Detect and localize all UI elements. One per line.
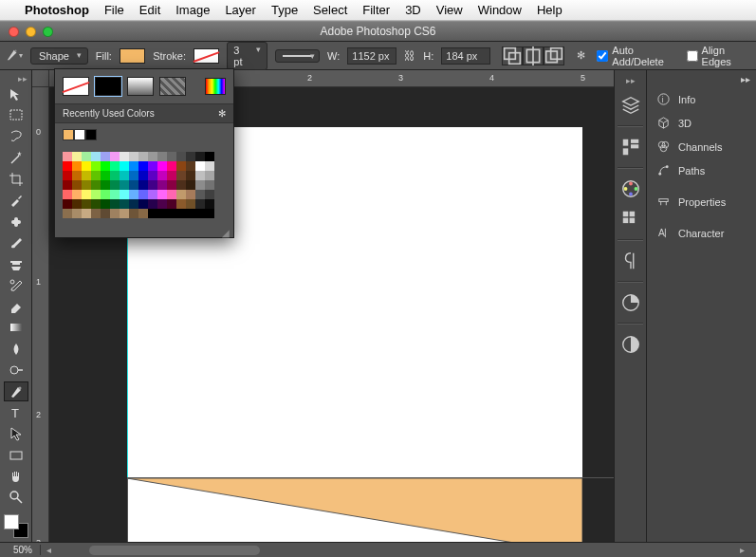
- palette-color-swatch[interactable]: [120, 152, 129, 161]
- palette-color-swatch[interactable]: [195, 161, 205, 171]
- palette-color-swatch[interactable]: [195, 180, 205, 190]
- auto-add-delete-checkbox[interactable]: Auto Add/Delete: [597, 45, 678, 67]
- palette-color-swatch[interactable]: [63, 190, 72, 199]
- hand-tool[interactable]: [4, 466, 28, 486]
- palette-color-swatch[interactable]: [63, 180, 72, 190]
- scroll-left-icon[interactable]: ◂: [41, 545, 57, 555]
- menu-file[interactable]: File: [104, 3, 124, 17]
- menu-edit[interactable]: Edit: [139, 3, 160, 17]
- panel-character[interactable]: ACharacter: [647, 221, 756, 245]
- solid-color-option[interactable]: [95, 77, 121, 96]
- palette-color-swatch[interactable]: [157, 190, 167, 199]
- palette-color-swatch[interactable]: [138, 171, 148, 180]
- menu-layer[interactable]: Layer: [225, 3, 256, 17]
- palette-color-swatch[interactable]: [167, 199, 176, 209]
- palette-color-swatch[interactable]: [91, 199, 101, 209]
- palette-color-swatch[interactable]: [148, 209, 157, 218]
- palette-color-swatch[interactable]: [205, 180, 214, 190]
- gear-icon[interactable]: ✻: [572, 46, 589, 65]
- palette-color-swatch[interactable]: [129, 152, 138, 161]
- align-edges-checkbox[interactable]: Align Edges: [687, 45, 750, 67]
- move-tool[interactable]: [4, 84, 28, 104]
- palette-color-swatch[interactable]: [63, 161, 72, 171]
- height-field[interactable]: [441, 47, 490, 65]
- clone-stamp-tool[interactable]: [4, 254, 28, 274]
- palette-color-swatch[interactable]: [91, 161, 101, 171]
- palette-color-swatch[interactable]: [167, 190, 176, 199]
- stroke-swatch[interactable]: [194, 48, 219, 64]
- palette-color-swatch[interactable]: [148, 152, 157, 161]
- palette-color-swatch[interactable]: [176, 190, 186, 199]
- palette-color-swatch[interactable]: [91, 180, 101, 190]
- ruler-origin[interactable]: [32, 70, 49, 87]
- layers-panel-icon[interactable]: [620, 95, 641, 116]
- palette-color-swatch[interactable]: [72, 161, 82, 171]
- color-panel-icon[interactable]: [620, 178, 641, 199]
- palette-color-swatch[interactable]: [138, 161, 148, 171]
- fill-swatch[interactable]: [120, 48, 145, 64]
- palette-color-swatch[interactable]: [176, 152, 186, 161]
- palette-color-swatch[interactable]: [195, 199, 205, 209]
- crop-tool[interactable]: [4, 169, 28, 189]
- vertical-ruler[interactable]: 0 1 2 3: [32, 87, 49, 542]
- palette-color-swatch[interactable]: [176, 171, 186, 180]
- history-brush-tool[interactable]: [4, 275, 28, 295]
- zoom-button[interactable]: [43, 27, 53, 37]
- adjustments-panel-icon[interactable]: [620, 334, 641, 355]
- type-tool[interactable]: T: [4, 402, 28, 422]
- styles-panel-icon[interactable]: [620, 292, 641, 313]
- collapse-dock-icon[interactable]: ▸▸: [741, 74, 750, 87]
- transform-bounding-box[interactable]: [127, 477, 614, 542]
- palette-color-swatch[interactable]: [205, 199, 214, 209]
- palette-color-swatch[interactable]: [120, 199, 129, 209]
- menu-view[interactable]: View: [436, 3, 463, 17]
- palette-color-swatch[interactable]: [101, 209, 110, 218]
- palette-color-swatch[interactable]: [195, 190, 205, 199]
- paragraph-panel-icon[interactable]: [620, 251, 641, 271]
- palette-color-swatch[interactable]: [129, 180, 138, 190]
- palette-color-swatch[interactable]: [138, 152, 148, 161]
- scroll-right-icon[interactable]: ▸: [734, 545, 750, 555]
- palette-color-swatch[interactable]: [157, 199, 167, 209]
- mac-menu-bar[interactable]: Photoshop File Edit Image Layer Type Sel…: [0, 0, 756, 21]
- path-align-button[interactable]: [523, 46, 544, 65]
- palette-color-swatch[interactable]: [176, 199, 186, 209]
- rectangle-tool[interactable]: [4, 445, 28, 465]
- link-dimensions-icon[interactable]: ⛓: [404, 49, 415, 63]
- palette-color-swatch[interactable]: [120, 209, 129, 218]
- palette-color-swatch[interactable]: [176, 180, 186, 190]
- palette-color-swatch[interactable]: [148, 180, 157, 190]
- palette-color-swatch[interactable]: [186, 199, 195, 209]
- palette-color-swatch[interactable]: [63, 171, 72, 180]
- palette-color-swatch[interactable]: [138, 180, 148, 190]
- palette-color-swatch[interactable]: [167, 209, 176, 218]
- gradient-tool[interactable]: [4, 318, 28, 338]
- palette-color-swatch[interactable]: [129, 199, 138, 209]
- zoom-field[interactable]: 50%: [6, 545, 41, 555]
- palette-color-swatch[interactable]: [176, 209, 186, 218]
- palette-color-swatch[interactable]: [167, 152, 176, 161]
- palette-color-swatch[interactable]: [110, 199, 120, 209]
- palette-color-swatch[interactable]: [129, 171, 138, 180]
- palette-color-swatch[interactable]: [167, 161, 176, 171]
- palette-color-swatch[interactable]: [120, 190, 129, 199]
- palette-color-swatch[interactable]: [110, 209, 120, 218]
- foreground-background-colors[interactable]: [4, 514, 28, 538]
- history-panel-icon[interactable]: [620, 137, 641, 158]
- lasso-tool[interactable]: [4, 127, 28, 147]
- scrollbar-handle[interactable]: [89, 546, 260, 555]
- palette-color-swatch[interactable]: [129, 190, 138, 199]
- palette-color-swatch[interactable]: [110, 161, 120, 171]
- palette-color-swatch[interactable]: [91, 190, 101, 199]
- palette-color-swatch[interactable]: [186, 209, 195, 218]
- horizontal-scrollbar[interactable]: [61, 545, 734, 556]
- palette-color-swatch[interactable]: [72, 190, 82, 199]
- palette-color-swatch[interactable]: [63, 152, 72, 161]
- palette-color-swatch[interactable]: [63, 209, 72, 218]
- menu-window[interactable]: Window: [478, 3, 522, 17]
- palette-color-swatch[interactable]: [82, 171, 91, 180]
- palette-color-swatch[interactable]: [82, 161, 91, 171]
- collapse-toggle-icon[interactable]: ▸▸: [18, 74, 31, 84]
- palette-color-swatch[interactable]: [138, 209, 148, 218]
- stroke-width-field[interactable]: 3 pt: [227, 42, 267, 70]
